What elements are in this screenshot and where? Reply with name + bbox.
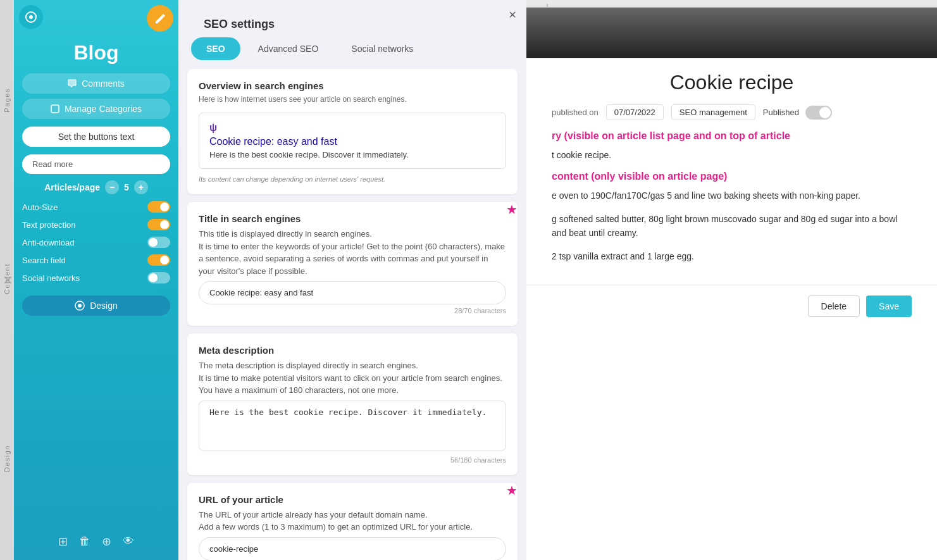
published-on-label: published on: [552, 108, 599, 117]
seo-management-link[interactable]: SEO management: [671, 104, 755, 120]
overview-desc: Here is how internet users see your arti…: [199, 95, 506, 104]
meta-section-title: Meta description: [199, 345, 506, 356]
summary-heading: ry (visible on article list page and on …: [552, 130, 912, 142]
design-button[interactable]: Design: [22, 296, 170, 316]
auto-size-label: Auto-Size: [22, 202, 58, 212]
sidebar-bottom-icons: ⊞ 🗑 ⊕ 👁: [58, 535, 134, 549]
delete-button[interactable]: Delete: [808, 296, 860, 317]
pages-label[interactable]: Pages: [3, 88, 11, 113]
blog-preview-panel: Cookie recipe published on 07/07/2022 SE…: [526, 0, 937, 560]
svg-rect-2: [51, 105, 59, 113]
preview-w-symbol: ψ: [209, 122, 495, 134]
article-title: Cookie recipe: [552, 71, 912, 94]
design-button-label: Design: [90, 301, 118, 311]
nav-home-icon[interactable]: [19, 5, 43, 29]
articles-per-page-label: Articles/page: [44, 182, 100, 192]
auto-size-toggle-row: Auto-Size: [22, 201, 170, 213]
meta-section-desc: The meta description is displayed direct…: [199, 359, 506, 397]
meta-section: Meta description The meta description is…: [187, 333, 518, 475]
svg-point-4: [78, 304, 82, 308]
overview-title: Overview in search engines: [199, 80, 506, 91]
trash-icon[interactable]: 🗑: [79, 535, 90, 549]
articles-decrease-button[interactable]: −: [105, 180, 119, 194]
articles-increase-button[interactable]: +: [134, 180, 148, 194]
read-more-input[interactable]: [22, 154, 170, 174]
search-preview: ψ Cookie recipe: easy and fast Here is t…: [199, 113, 506, 169]
text-protection-toggle-row: Text protection: [22, 219, 170, 230]
left-sidebar: Blog Comments Manage Categories Set the …: [14, 0, 178, 560]
meta-textarea[interactable]: Here is the best cookie recipe. Discover…: [199, 401, 506, 451]
search-field-toggle[interactable]: [147, 254, 170, 266]
tab-advanced-seo[interactable]: Advanced SEO: [243, 37, 334, 60]
articles-count: 5: [124, 182, 129, 192]
blog-title: Blog: [73, 41, 118, 65]
grid-icon[interactable]: ⊞: [58, 535, 68, 549]
save-button[interactable]: Save: [866, 296, 912, 317]
set-buttons-text-button[interactable]: Set the buttons text: [22, 127, 170, 147]
blog-content-area: Cookie recipe published on 07/07/2022 SE…: [526, 58, 937, 285]
preview-desc: Here is the best cookie recipe. Discover…: [209, 150, 495, 159]
summary-text: t cookie recipe.: [552, 148, 912, 162]
sidebar-top: [14, 0, 178, 6]
preview-note: Its content can change depending on inte…: [199, 175, 506, 183]
sidebar-close-icon[interactable]: ✕: [3, 273, 13, 288]
auto-size-toggle[interactable]: [147, 201, 170, 213]
url-section-title: URL of your article: [199, 494, 506, 505]
title-section: ★ Title in search engines This title is …: [187, 202, 518, 326]
search-field-label: Search field: [22, 256, 66, 265]
meta-char-count: 56/180 characters: [199, 456, 506, 464]
layers-icon[interactable]: ⊕: [102, 535, 111, 549]
title-star-icon: ★: [506, 202, 518, 217]
content-text-3: 2 tsp vanilla extract and 1 large egg.: [552, 249, 912, 263]
bottom-actions: Delete Save: [526, 285, 937, 327]
published-toggle[interactable]: [805, 106, 832, 120]
preview-title: Cookie recipe: easy and fast: [209, 136, 495, 147]
title-char-count: 28/70 characters: [199, 307, 506, 314]
eye-icon[interactable]: 👁: [123, 535, 134, 549]
design-label[interactable]: Design: [3, 445, 11, 472]
anti-download-label: Anti-download: [22, 238, 74, 247]
hero-image: [526, 8, 937, 58]
seo-tabs: SEO Advanced SEO Social networks: [178, 37, 526, 69]
url-section-desc: The URL of your article already has your…: [199, 509, 506, 533]
published-toggle-row: Published: [763, 106, 832, 120]
social-networks-toggle[interactable]: [147, 272, 170, 283]
comments-label: Comments: [82, 78, 125, 89]
tab-social-networks[interactable]: Social networks: [336, 37, 428, 60]
title-section-title: Title in search engines: [199, 213, 506, 224]
seo-panel: SEO settings × SEO Advanced SEO Social n…: [178, 0, 526, 560]
content-text-1: e oven to 190C/fan170C/gas 5 and line tw…: [552, 189, 912, 202]
text-protection-toggle[interactable]: [147, 219, 170, 230]
seo-panel-header: SEO settings: [191, 9, 514, 37]
content-heading: content (only visible on article page): [552, 171, 912, 182]
blog-meta-row: published on 07/07/2022 SEO management P…: [552, 104, 912, 120]
title-input[interactable]: [199, 281, 506, 304]
comments-menu-item[interactable]: Comments: [22, 73, 170, 94]
text-protection-label: Text protection: [22, 220, 76, 230]
title-section-desc: This title is displayed directly in sear…: [199, 228, 506, 277]
anti-download-toggle[interactable]: [147, 237, 170, 248]
url-star-icon: ★: [506, 483, 518, 498]
anti-download-toggle-row: Anti-download: [22, 237, 170, 248]
articles-per-page-control: Articles/page − 5 +: [22, 180, 170, 194]
published-date[interactable]: 07/07/2022: [606, 104, 664, 120]
manage-categories-label: Manage Categories: [65, 104, 142, 114]
published-label: Published: [763, 108, 799, 117]
pencil-button[interactable]: [147, 5, 173, 32]
url-section: ★ URL of your article The URL of your ar…: [187, 483, 518, 561]
search-field-toggle-row: Search field: [22, 254, 170, 266]
url-input[interactable]: [199, 537, 506, 561]
ruler: [526, 0, 937, 8]
social-networks-toggle-row: Social networks: [22, 272, 170, 283]
content-text-2: g softened salted butter, 80g light brow…: [552, 212, 912, 240]
social-networks-label: Social networks: [22, 273, 80, 283]
manage-categories-menu-item[interactable]: Manage Categories: [22, 99, 170, 119]
overview-section: Overview in search engines Here is how i…: [187, 69, 518, 194]
seo-close-button[interactable]: ×: [509, 8, 516, 22]
svg-point-1: [29, 15, 33, 19]
tab-seo[interactable]: SEO: [191, 37, 240, 60]
